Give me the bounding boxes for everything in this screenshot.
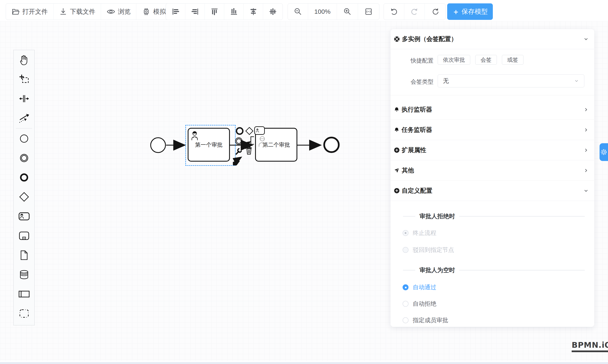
custom-config-title: 自定义配置 — [402, 187, 432, 195]
trash-icon[interactable] — [245, 146, 253, 155]
zoom-fit-button[interactable] — [358, 4, 379, 20]
align-top-button[interactable] — [205, 4, 224, 20]
radio-auto-reject[interactable]: 自动拒绝 — [403, 298, 436, 310]
radio-terminate-process: 终止流程 — [403, 227, 436, 239]
extended-properties-section[interactable]: 扩展属性 — [391, 140, 594, 160]
quick-config-label: 快捷配置 — [408, 57, 434, 65]
open-file-button[interactable]: 打开文件 — [6, 4, 53, 20]
undo-icon — [389, 7, 398, 16]
align-bottom-button[interactable] — [224, 4, 244, 20]
browse-label: 浏览 — [118, 7, 131, 16]
palette-end-event[interactable] — [13, 168, 34, 187]
empty-approver-heading-text: 审批人为空时 — [420, 266, 455, 274]
append-user-task-icon[interactable] — [254, 126, 265, 135]
append-text-annotation-icon[interactable] — [250, 136, 254, 145]
task-listener-section[interactable]: 任务监听器 — [391, 120, 594, 140]
download-file-label: 下载文件 — [70, 7, 95, 16]
history-toolbar-group — [383, 3, 446, 20]
hand-tool[interactable] — [13, 50, 34, 69]
start-event[interactable] — [150, 137, 166, 153]
palette-subprocess[interactable] — [13, 226, 34, 246]
palette-start-event[interactable] — [13, 129, 34, 148]
radio-assign-member[interactable]: 指定成员审批 — [403, 314, 448, 326]
append-intermediate-event-icon[interactable] — [235, 137, 243, 145]
radio-auto-pass[interactable]: 自动通过 — [403, 282, 436, 293]
chevron-right-icon — [583, 168, 589, 173]
multi-instance-section-header[interactable]: 多实例（会签配置） — [391, 29, 594, 49]
palette-data-object[interactable] — [13, 246, 34, 265]
save-model-label: 保存模型 — [462, 7, 488, 16]
redo-button[interactable] — [404, 4, 425, 20]
bpmn-io-logo[interactable]: BPMN.iO — [572, 340, 608, 352]
palette-data-store[interactable] — [13, 265, 34, 284]
other-section[interactable]: 其他 — [391, 160, 594, 181]
append-end-event-icon[interactable] — [236, 127, 244, 135]
hand-icon — [19, 54, 29, 65]
align-right-button[interactable] — [185, 4, 205, 20]
chevron-right-icon — [583, 127, 589, 133]
zoom-out-button[interactable] — [288, 4, 308, 20]
settings-tab[interactable] — [600, 143, 608, 161]
end-event[interactable] — [323, 137, 340, 153]
align-right-icon — [191, 7, 199, 16]
undo-button[interactable] — [384, 4, 404, 20]
plus-icon: ＋ — [452, 8, 459, 15]
palette-gateway[interactable] — [13, 187, 34, 207]
align-left-button[interactable] — [166, 4, 185, 20]
radio-checked-icon — [403, 284, 409, 290]
align-center-horizontal-icon — [249, 7, 258, 16]
save-model-button[interactable]: ＋ 保存模型 — [447, 3, 493, 20]
radio-label: 终止流程 — [413, 229, 436, 237]
space-tool[interactable] — [13, 89, 34, 108]
radio-label: 自动通过 — [413, 283, 436, 291]
quick-option-orsign-button[interactable]: 或签 — [502, 55, 523, 65]
connect-tool-icon[interactable] — [233, 155, 244, 165]
quick-option-countersign-button[interactable]: 会签 — [475, 55, 497, 65]
align-center-horizontal-button[interactable] — [244, 4, 263, 20]
radio-label: 自动拒绝 — [413, 300, 436, 308]
align-bottom-icon — [229, 7, 238, 16]
palette-group[interactable] — [13, 304, 34, 323]
radio-icon — [403, 301, 409, 307]
user-task-first[interactable]: 第一个审批 — [188, 128, 230, 162]
ghost-user-icon — [258, 135, 267, 147]
lasso-tool[interactable] — [13, 69, 34, 89]
palette-user-task[interactable] — [13, 207, 34, 226]
chevron-down-icon — [574, 78, 579, 83]
palette-participant[interactable] — [13, 284, 34, 304]
browse-button[interactable]: 浏览 — [101, 4, 136, 20]
execution-listener-title: 执行监听器 — [401, 105, 432, 114]
multi-instance-icon — [394, 36, 400, 42]
plus-circle-icon — [394, 147, 400, 153]
zoom-level-display[interactable]: 100% — [308, 4, 337, 20]
wrench-icon[interactable] — [235, 147, 243, 155]
countersign-type-select[interactable]: 无 — [438, 74, 584, 88]
task-label: 第一个审批 — [195, 141, 223, 148]
global-connect-tool[interactable] — [13, 108, 34, 128]
quick-option-sequential-button[interactable]: 依次审批 — [438, 55, 470, 65]
bpmn-io-logo-underline — [572, 351, 608, 352]
radio-label: 驳回到指定节点 — [413, 246, 454, 254]
chip-icon — [142, 7, 151, 16]
lasso-icon — [19, 74, 29, 85]
append-gateway-icon[interactable] — [245, 126, 254, 136]
custom-config-section[interactable]: 自定义配置 — [391, 181, 594, 201]
chevron-down-icon — [583, 188, 589, 194]
refresh-icon — [431, 7, 440, 16]
radio-icon — [403, 247, 409, 253]
zoom-out-icon — [293, 7, 303, 16]
palette-intermediate-event[interactable] — [13, 148, 34, 168]
zoom-in-button[interactable] — [337, 4, 358, 20]
extended-properties-title: 扩展属性 — [402, 146, 426, 155]
gear-icon — [600, 148, 607, 156]
execution-listener-section[interactable]: 执行监听器 — [391, 100, 594, 120]
download-file-button[interactable]: 下载文件 — [53, 4, 101, 20]
file-toolbar-group: 打开文件 下载文件 浏览 模拟 — [6, 3, 172, 20]
reject-heading-text: 审批人拒绝时 — [420, 212, 455, 220]
align-center-vertical-button[interactable] — [263, 4, 283, 20]
align-toolbar-group — [166, 3, 283, 20]
refresh-button[interactable] — [425, 4, 445, 20]
download-icon — [59, 7, 67, 16]
palette-separator — [16, 128, 32, 129]
zoom-toolbar-group: 100% — [288, 3, 379, 20]
